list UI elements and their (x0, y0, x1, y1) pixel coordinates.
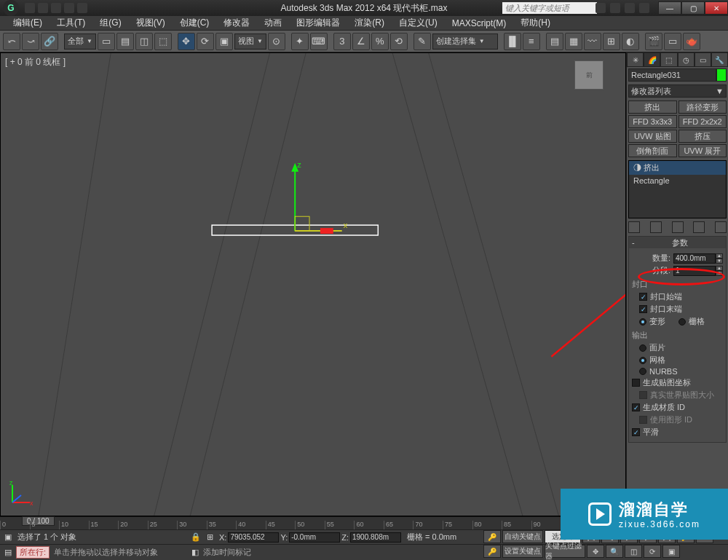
graphite-button[interactable]: ▦ (565, 33, 582, 50)
coord-z-input[interactable] (350, 532, 401, 543)
link-button[interactable]: 🔗 (41, 33, 58, 50)
select-move-button[interactable]: ✥ (178, 33, 195, 50)
radio-cap-grid[interactable] (678, 318, 686, 326)
close-button[interactable]: ✕ (705, 1, 728, 15)
percent-snap-button[interactable]: % (371, 33, 389, 50)
coord-y-input[interactable] (289, 532, 340, 543)
layer-manager-button[interactable]: ▤ (546, 33, 563, 50)
spinner-down-icon[interactable]: ▼ (716, 259, 723, 264)
schematic-button[interactable]: ⊞ (603, 33, 620, 50)
render-frame-button[interactable]: ▭ (664, 33, 681, 50)
mod-btn-uvwunwrap[interactable]: UVW 展开 (678, 144, 727, 157)
select-manip-button[interactable]: ✦ (291, 33, 309, 50)
modifier-stack[interactable]: ◑ 挤出 Rectangle (628, 160, 727, 218)
lock-icon[interactable]: 🔒 (191, 532, 201, 542)
stack-item-rectangle[interactable]: Rectangle (629, 175, 726, 186)
modifier-list-dropdown[interactable]: 修改器列表▼ (628, 84, 727, 98)
menu-help[interactable]: 帮助(H) (513, 17, 558, 29)
app-icon[interactable]: G (3, 0, 19, 16)
tag-icon[interactable]: ◧ (191, 548, 199, 557)
radio-out-patch[interactable] (639, 344, 646, 352)
menu-modifiers[interactable]: 修改器 (216, 17, 257, 29)
nav-fov-button[interactable]: ◫ (625, 545, 642, 558)
maximize-button[interactable]: ▢ (681, 1, 705, 15)
autokey-button[interactable]: 自动关键点 (502, 530, 543, 543)
tab-utilities[interactable]: 🔧 (711, 52, 728, 67)
use-pivot-button[interactable]: ⊙ (268, 33, 285, 50)
render-button[interactable]: 🫖 (683, 33, 700, 50)
segments-input[interactable] (673, 266, 716, 276)
star-icon[interactable] (610, 3, 620, 13)
object-name-field[interactable]: Rectangle031 (628, 68, 716, 82)
menu-create[interactable]: 创建(C) (173, 17, 217, 29)
spinner-snap-button[interactable]: ⟲ (390, 33, 408, 50)
undo-button[interactable]: ⤺ (3, 33, 20, 50)
select-object-button[interactable]: ▭ (98, 33, 115, 50)
mirror-button[interactable]: ▐▌ (504, 33, 521, 50)
snap-toggle-button[interactable]: 3 (333, 33, 351, 50)
align-button[interactable]: ≡ (523, 33, 540, 50)
mod-btn-squeeze[interactable]: 挤压 (678, 130, 727, 143)
chevron-down-icon[interactable] (639, 3, 649, 13)
window-crossing-button[interactable]: ⬚ (154, 33, 172, 50)
tab-create[interactable]: ✳ (627, 52, 644, 67)
curve-editor-button[interactable]: 〰 (584, 33, 601, 50)
select-scale-button[interactable]: ▣ (215, 33, 233, 50)
ref-coord-dropdown[interactable]: 视图▼ (234, 33, 266, 50)
mod-btn-pathdeform[interactable]: 路径变形 (678, 100, 727, 114)
show-end-icon[interactable] (650, 221, 662, 233)
mod-btn-ffd333[interactable]: FFD 3x3x3 (628, 115, 677, 128)
checkbox-cap-end[interactable]: ✓ (639, 305, 647, 313)
qat-btn[interactable] (64, 3, 74, 13)
stack-item-extrude[interactable]: ◑ 挤出 (629, 161, 726, 175)
nav-max-button[interactable]: ▣ (662, 545, 680, 558)
maxscript-icon[interactable]: ▤ (4, 548, 12, 557)
checkbox-genmap[interactable] (632, 379, 640, 387)
search-icon[interactable] (596, 3, 606, 13)
qat-btn[interactable] (51, 3, 61, 13)
spinner-down-icon[interactable]: ▼ (716, 271, 723, 276)
configure-sets-icon[interactable] (715, 221, 727, 233)
menu-edit[interactable]: 编辑(E) (6, 17, 50, 29)
pin-stack-icon[interactable] (628, 221, 640, 233)
select-rotate-button[interactable]: ⟳ (197, 33, 214, 50)
tab-display[interactable]: ▭ (695, 52, 711, 67)
menu-grapheditors[interactable]: 图形编辑器 (289, 17, 347, 29)
make-unique-icon[interactable] (672, 221, 684, 233)
menu-tools[interactable]: 工具(T) (50, 17, 92, 29)
set-key-button2[interactable]: 🔑 (483, 545, 501, 558)
tab-modify[interactable]: 🌈 (644, 52, 660, 67)
keyboard-shortcut-button[interactable]: ⌨ (310, 33, 328, 50)
render-setup-button[interactable]: 🎬 (645, 33, 662, 50)
menu-group[interactable]: 组(G) (92, 17, 128, 29)
qat-btn[interactable] (38, 3, 48, 13)
minimize-button[interactable]: — (658, 1, 681, 15)
mod-btn-extrude[interactable]: 挤出 (628, 100, 677, 114)
rollout-header[interactable]: - 参数 (629, 237, 726, 248)
coord-x-input[interactable] (228, 532, 279, 543)
menu-animation[interactable]: 动画 (257, 17, 289, 29)
checkbox-cap-start[interactable]: ✓ (639, 293, 647, 301)
nav-pan-button[interactable]: ✥ (587, 545, 604, 558)
key-filters-button[interactable]: 关键点过滤器 (545, 545, 585, 558)
radio-out-nurbs[interactable] (639, 368, 646, 375)
edit-named-sel-button[interactable]: ✎ (414, 33, 431, 50)
segments-spinner[interactable]: ▲▼ (673, 266, 723, 276)
redo-button[interactable]: ⤻ (22, 33, 39, 50)
angle-snap-button[interactable]: ∠ (352, 33, 370, 50)
mod-btn-uvwmap[interactable]: UVW 贴图 (628, 130, 677, 143)
spinner-up-icon[interactable]: ▲ (716, 266, 723, 271)
mod-btn-ffd222[interactable]: FFD 2x2x2 (678, 115, 727, 128)
coord-mode-icon[interactable]: ⊞ (207, 532, 213, 542)
radio-cap-morph[interactable] (639, 318, 646, 326)
select-region-button[interactable]: ◫ (135, 33, 153, 50)
set-key-button[interactable]: 🔑 (483, 530, 501, 543)
menu-views[interactable]: 视图(V) (129, 17, 173, 29)
remove-mod-icon[interactable] (693, 221, 705, 233)
radio-out-mesh[interactable] (639, 357, 646, 364)
setkey-label[interactable]: 设置关键点 (502, 545, 543, 558)
tab-motion[interactable]: ◷ (678, 52, 695, 67)
amount-input[interactable] (673, 253, 716, 264)
nav-orbit-button[interactable]: ⟳ (644, 545, 661, 558)
menu-rendering[interactable]: 渲染(R) (347, 17, 392, 29)
